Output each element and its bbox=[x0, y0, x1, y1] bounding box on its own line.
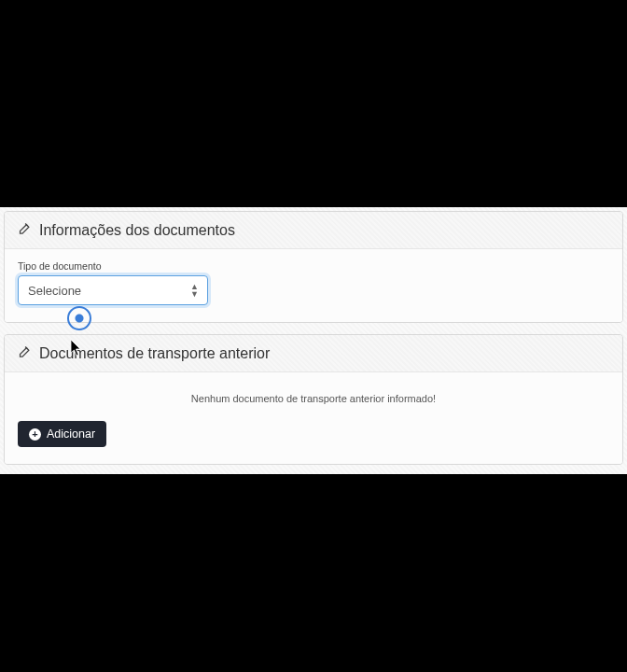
panel-prev-transport-title: Documentos de transporte anterior bbox=[39, 345, 270, 362]
doc-type-select[interactable]: Selecione bbox=[18, 275, 208, 305]
prev-transport-empty-message: Nenhum documento de transporte anterior … bbox=[18, 384, 609, 421]
doc-type-label: Tipo de documento bbox=[18, 260, 609, 272]
plus-circle-icon: + bbox=[29, 428, 41, 441]
add-button[interactable]: + Adicionar bbox=[18, 421, 106, 447]
panel-doc-info-title: Informações dos documentos bbox=[39, 222, 235, 239]
edit-icon bbox=[18, 221, 32, 239]
panel-doc-info-body: Tipo de documento Selecione ▲▼ bbox=[5, 249, 622, 322]
panel-prev-transport-header: Documentos de transporte anterior bbox=[5, 335, 622, 372]
edit-icon bbox=[18, 344, 32, 362]
panel-prev-transport-body: Nenhum documento de transporte anterior … bbox=[5, 372, 622, 464]
form-page: Informações dos documentos Tipo de docum… bbox=[0, 207, 627, 474]
doc-type-select-value: Selecione bbox=[28, 284, 81, 298]
add-button-label: Adicionar bbox=[47, 427, 95, 441]
panel-prev-transport: Documentos de transporte anterior Nenhum… bbox=[4, 334, 623, 465]
panel-doc-info: Informações dos documentos Tipo de docum… bbox=[4, 211, 623, 323]
panel-doc-info-header: Informações dos documentos bbox=[5, 212, 622, 249]
doc-type-select-wrap: Selecione ▲▼ bbox=[18, 275, 208, 305]
